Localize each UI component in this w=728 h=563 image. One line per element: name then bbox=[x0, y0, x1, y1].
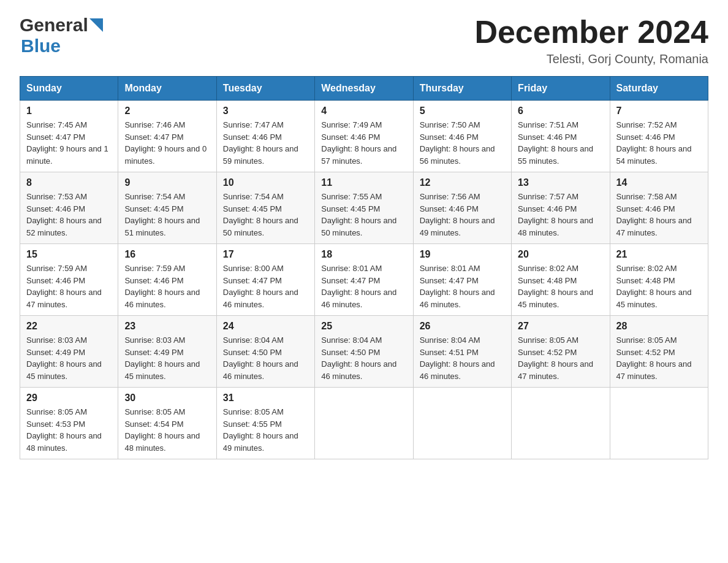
logo-arrow-icon bbox=[89, 18, 103, 32]
calendar-cell: 21 Sunrise: 8:02 AMSunset: 4:48 PMDaylig… bbox=[610, 244, 708, 316]
logo-general-text: General bbox=[20, 15, 88, 36]
day-number: 1 bbox=[26, 105, 112, 117]
calendar-week-row: 22 Sunrise: 8:03 AMSunset: 4:49 PMDaylig… bbox=[20, 316, 708, 388]
header-sunday: Sunday bbox=[20, 77, 118, 101]
day-info: Sunrise: 7:59 AMSunset: 4:46 PMDaylight:… bbox=[26, 264, 102, 309]
header-wednesday: Wednesday bbox=[315, 77, 413, 101]
day-info: Sunrise: 8:02 AMSunset: 4:48 PMDaylight:… bbox=[616, 264, 692, 309]
day-info: Sunrise: 7:55 AMSunset: 4:45 PMDaylight:… bbox=[321, 192, 396, 237]
day-number: 15 bbox=[26, 249, 112, 260]
calendar-cell bbox=[413, 388, 511, 459]
day-info: Sunrise: 7:51 AMSunset: 4:46 PMDaylight:… bbox=[518, 120, 593, 166]
day-number: 14 bbox=[616, 177, 702, 188]
day-info: Sunrise: 8:01 AMSunset: 4:47 PMDaylight:… bbox=[321, 264, 396, 309]
day-number: 30 bbox=[124, 393, 210, 404]
calendar-cell: 28 Sunrise: 8:05 AMSunset: 4:52 PMDaylig… bbox=[610, 316, 708, 388]
calendar-cell: 10 Sunrise: 7:54 AMSunset: 4:45 PMDaylig… bbox=[216, 172, 314, 244]
calendar-cell: 22 Sunrise: 8:03 AMSunset: 4:49 PMDaylig… bbox=[20, 316, 118, 388]
calendar-cell: 18 Sunrise: 8:01 AMSunset: 4:47 PMDaylig… bbox=[315, 244, 413, 316]
day-info: Sunrise: 8:05 AMSunset: 4:52 PMDaylight:… bbox=[518, 335, 593, 381]
calendar-cell: 3 Sunrise: 7:47 AMSunset: 4:46 PMDayligh… bbox=[216, 101, 314, 172]
day-info: Sunrise: 7:46 AMSunset: 4:47 PMDaylight:… bbox=[124, 120, 207, 166]
day-info: Sunrise: 8:00 AMSunset: 4:47 PMDaylight:… bbox=[223, 264, 298, 309]
day-info: Sunrise: 8:04 AMSunset: 4:50 PMDaylight:… bbox=[223, 335, 298, 381]
calendar-cell: 29 Sunrise: 8:05 AMSunset: 4:53 PMDaylig… bbox=[20, 388, 118, 459]
calendar-cell bbox=[610, 388, 708, 459]
day-number: 26 bbox=[420, 321, 505, 332]
page-header: General Blue December 2024 Telesti, Gorj… bbox=[20, 15, 708, 66]
day-info: Sunrise: 8:05 AMSunset: 4:54 PMDaylight:… bbox=[124, 407, 200, 453]
day-info: Sunrise: 7:50 AMSunset: 4:46 PMDaylight:… bbox=[420, 120, 495, 166]
day-number: 18 bbox=[321, 249, 406, 260]
day-number: 31 bbox=[223, 393, 308, 404]
day-number: 28 bbox=[616, 321, 702, 332]
calendar-cell bbox=[315, 388, 413, 459]
calendar-cell: 14 Sunrise: 7:58 AMSunset: 4:46 PMDaylig… bbox=[610, 172, 708, 244]
calendar-cell: 25 Sunrise: 8:04 AMSunset: 4:50 PMDaylig… bbox=[315, 316, 413, 388]
calendar-cell: 8 Sunrise: 7:53 AMSunset: 4:46 PMDayligh… bbox=[20, 172, 118, 244]
day-info: Sunrise: 7:53 AMSunset: 4:46 PMDaylight:… bbox=[26, 192, 102, 237]
day-info: Sunrise: 8:05 AMSunset: 4:52 PMDaylight:… bbox=[616, 335, 692, 381]
day-number: 29 bbox=[26, 393, 112, 404]
calendar-cell: 19 Sunrise: 8:01 AMSunset: 4:47 PMDaylig… bbox=[413, 244, 511, 316]
calendar-cell: 30 Sunrise: 8:05 AMSunset: 4:54 PMDaylig… bbox=[118, 388, 216, 459]
calendar-cell bbox=[512, 388, 610, 459]
day-info: Sunrise: 7:57 AMSunset: 4:46 PMDaylight:… bbox=[518, 192, 593, 237]
day-number: 11 bbox=[321, 177, 406, 188]
day-info: Sunrise: 7:58 AMSunset: 4:46 PMDaylight:… bbox=[616, 192, 692, 237]
day-number: 6 bbox=[518, 105, 603, 117]
calendar-week-row: 29 Sunrise: 8:05 AMSunset: 4:53 PMDaylig… bbox=[20, 388, 708, 459]
header-tuesday: Tuesday bbox=[216, 77, 314, 101]
calendar-cell: 7 Sunrise: 7:52 AMSunset: 4:46 PMDayligh… bbox=[610, 101, 708, 172]
day-info: Sunrise: 8:03 AMSunset: 4:49 PMDaylight:… bbox=[26, 335, 102, 381]
calendar-week-row: 8 Sunrise: 7:53 AMSunset: 4:46 PMDayligh… bbox=[20, 172, 708, 244]
calendar-cell: 5 Sunrise: 7:50 AMSunset: 4:46 PMDayligh… bbox=[413, 101, 511, 172]
day-info: Sunrise: 7:49 AMSunset: 4:46 PMDaylight:… bbox=[321, 120, 396, 166]
day-number: 5 bbox=[420, 105, 505, 117]
day-number: 23 bbox=[124, 321, 210, 332]
day-number: 24 bbox=[223, 321, 308, 332]
day-info: Sunrise: 8:04 AMSunset: 4:50 PMDaylight:… bbox=[321, 335, 396, 381]
header-saturday: Saturday bbox=[610, 77, 708, 101]
day-number: 9 bbox=[124, 177, 210, 188]
calendar-cell: 31 Sunrise: 8:05 AMSunset: 4:55 PMDaylig… bbox=[216, 388, 314, 459]
calendar-cell: 15 Sunrise: 7:59 AMSunset: 4:46 PMDaylig… bbox=[20, 244, 118, 316]
day-info: Sunrise: 8:02 AMSunset: 4:48 PMDaylight:… bbox=[518, 264, 593, 309]
day-number: 20 bbox=[518, 249, 603, 260]
day-number: 16 bbox=[124, 249, 210, 260]
day-info: Sunrise: 7:56 AMSunset: 4:46 PMDaylight:… bbox=[420, 192, 495, 237]
logo-blue-text: Blue bbox=[21, 36, 61, 56]
calendar-cell: 17 Sunrise: 8:00 AMSunset: 4:47 PMDaylig… bbox=[216, 244, 314, 316]
day-info: Sunrise: 8:04 AMSunset: 4:51 PMDaylight:… bbox=[420, 335, 495, 381]
calendar-cell: 11 Sunrise: 7:55 AMSunset: 4:45 PMDaylig… bbox=[315, 172, 413, 244]
day-number: 22 bbox=[26, 321, 112, 332]
day-number: 21 bbox=[616, 249, 702, 260]
calendar-week-row: 1 Sunrise: 7:45 AMSunset: 4:47 PMDayligh… bbox=[20, 101, 708, 172]
day-info: Sunrise: 8:05 AMSunset: 4:53 PMDaylight:… bbox=[26, 407, 102, 453]
day-number: 17 bbox=[223, 249, 308, 260]
calendar-header-row: SundayMondayTuesdayWednesdayThursdayFrid… bbox=[20, 77, 708, 101]
calendar-cell: 9 Sunrise: 7:54 AMSunset: 4:45 PMDayligh… bbox=[118, 172, 216, 244]
logo: General Blue bbox=[20, 15, 103, 56]
calendar-cell: 24 Sunrise: 8:04 AMSunset: 4:50 PMDaylig… bbox=[216, 316, 314, 388]
calendar-cell: 26 Sunrise: 8:04 AMSunset: 4:51 PMDaylig… bbox=[413, 316, 511, 388]
calendar-cell: 27 Sunrise: 8:05 AMSunset: 4:52 PMDaylig… bbox=[512, 316, 610, 388]
day-number: 4 bbox=[321, 105, 406, 117]
header-thursday: Thursday bbox=[413, 77, 511, 101]
calendar-cell: 23 Sunrise: 8:03 AMSunset: 4:49 PMDaylig… bbox=[118, 316, 216, 388]
svg-marker-0 bbox=[89, 18, 103, 32]
day-info: Sunrise: 7:45 AMSunset: 4:47 PMDaylight:… bbox=[26, 120, 108, 166]
header-friday: Friday bbox=[512, 77, 610, 101]
calendar-cell: 16 Sunrise: 7:59 AMSunset: 4:46 PMDaylig… bbox=[118, 244, 216, 316]
day-info: Sunrise: 7:47 AMSunset: 4:46 PMDaylight:… bbox=[223, 120, 298, 166]
calendar-cell: 1 Sunrise: 7:45 AMSunset: 4:47 PMDayligh… bbox=[20, 101, 118, 172]
month-year-title: December 2024 bbox=[474, 15, 708, 50]
day-number: 7 bbox=[616, 105, 702, 117]
day-number: 3 bbox=[223, 105, 308, 117]
day-number: 27 bbox=[518, 321, 603, 332]
location-subtitle: Telesti, Gorj County, Romania bbox=[474, 52, 708, 66]
title-section: December 2024 Telesti, Gorj County, Roma… bbox=[474, 15, 708, 66]
day-number: 8 bbox=[26, 177, 112, 188]
calendar-cell: 13 Sunrise: 7:57 AMSunset: 4:46 PMDaylig… bbox=[512, 172, 610, 244]
day-number: 2 bbox=[124, 105, 210, 117]
